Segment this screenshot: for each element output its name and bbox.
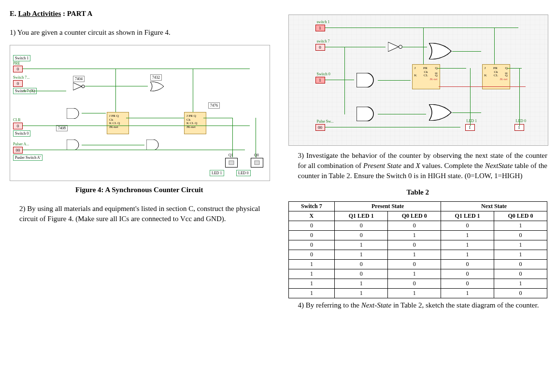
counter-diagram: switch 1 1 switch 7 0 Switch 0 1 Pulse S… — [288, 14, 549, 146]
pulser-label: Pusler Switch A' — [13, 154, 43, 161]
ic-7476: 7476 — [208, 102, 220, 109]
table-row: 11110 — [288, 289, 547, 298]
table-cell: 0 — [288, 250, 335, 260]
and-gate-r1 — [357, 73, 377, 87]
table-row: 01011 — [288, 240, 547, 250]
table-cell: 0 — [335, 260, 388, 269]
clr-label: CLR — [13, 118, 21, 122]
and-gate-2 — [67, 140, 81, 150]
table-cell: 1 — [335, 289, 388, 298]
th-switch7: Switch 7 — [288, 202, 335, 211]
or-gate-7432 — [150, 82, 165, 91]
th-next-q0: Q0 LED 0 — [494, 211, 547, 221]
or-gate-r2 — [429, 104, 453, 121]
table-cell: 0 — [288, 221, 335, 231]
or-gate-r — [429, 43, 453, 59]
pulsesw-ind-r: 00 — [315, 124, 325, 131]
and-gate-1 — [67, 108, 81, 119]
table-cell: 0 — [494, 289, 547, 298]
switch7-small-label: Switch 7... — [13, 75, 29, 80]
table-cell: 1 — [388, 250, 441, 260]
led-1 — [225, 158, 238, 168]
heading-suffix: : PART A — [61, 10, 92, 17]
not-gate-7404 — [73, 83, 86, 90]
pulser-a-label: Pulser A... — [13, 142, 29, 146]
led-0-label: LED 0 — [236, 170, 251, 176]
table-cell: 0 — [441, 260, 494, 269]
table-cell: 1 — [494, 279, 547, 289]
jk-ff-2: J PR Q Ck K CL Q JK-net — [184, 112, 206, 134]
table-cell: 1 — [388, 231, 441, 240]
table-cell: 1 — [441, 231, 494, 240]
table-cell: 1 — [335, 279, 388, 289]
table-cell: 1 — [494, 250, 547, 260]
ic-7404: 7404 — [73, 76, 85, 82]
table-cell: 0 — [335, 221, 388, 231]
table-cell: 1 — [288, 279, 335, 289]
table-cell: 0 — [441, 221, 494, 231]
table-cell: 0 — [335, 231, 388, 240]
led-0 — [251, 158, 263, 168]
pulsesw-label-r: Pulse Sw... — [317, 119, 334, 124]
switch-1-label: Switch 1 — [13, 55, 30, 61]
led1-label-r: LED 1 — [467, 119, 477, 123]
figure-4-caption: Figure 4: A Synchronous Counter Circuit — [10, 186, 269, 194]
switch-7-indicator: 0 — [13, 80, 23, 87]
question-1: 1) You are given a counter circuit as sh… — [10, 28, 269, 38]
table-row: 01111 — [288, 250, 547, 260]
table-cell: 0 — [494, 269, 547, 279]
heading-prefix: E. — [10, 10, 18, 17]
th-present-q0: Q0 LED 0 — [388, 211, 441, 221]
table-row: 10100 — [288, 269, 547, 279]
table-cell: 0 — [388, 221, 441, 231]
table-2-caption: Table 2 — [288, 188, 548, 196]
pre-label: PRE — [13, 61, 20, 66]
table-cell: 1 — [335, 240, 388, 250]
svg-marker-0 — [73, 83, 82, 90]
led-1-label: LED 1 — [210, 170, 224, 176]
switch-0-indicator: 0 — [13, 123, 23, 129]
table-cell: 0 — [494, 231, 547, 240]
table-cell: 1 — [288, 289, 335, 298]
figure-4-diagram: Switch 1 PRE 0 Switch 7... 0 Switch 7 (X… — [10, 45, 270, 181]
switch1-ind-r: 1 — [315, 25, 325, 31]
table-cell: 0 — [441, 279, 494, 289]
table-cell: 0 — [288, 240, 335, 250]
question-2: 2) By using all materials and equipment'… — [19, 204, 269, 224]
and-gate-r2 — [357, 107, 377, 121]
table-cell: 0 — [441, 269, 494, 279]
table-cell: 0 — [388, 240, 441, 250]
table-cell: 0 — [388, 279, 441, 289]
left-column: E. Lab Activities : PART A 1) You are gi… — [10, 10, 269, 318]
switch7-label-r: switch 7 — [317, 39, 330, 43]
table-row: 00110 — [288, 231, 547, 240]
heading-underline: Lab Activities — [18, 10, 61, 17]
table-cell: 1 — [494, 221, 547, 231]
section-heading: E. Lab Activities : PART A — [10, 10, 269, 18]
question-4: 4) By referring to the Next-State in Tab… — [298, 300, 548, 310]
table-2: Switch 7 Present State Next State X Q1 L… — [288, 201, 548, 298]
th-present: Present State — [335, 202, 441, 211]
table-cell: 1 — [441, 289, 494, 298]
th-x: X — [288, 211, 335, 221]
table-cell: 1 — [494, 240, 547, 250]
svg-marker-4 — [388, 42, 399, 52]
table-cell: 1 — [388, 289, 441, 298]
led0-label-r: LED 0 — [516, 119, 527, 123]
table-row: 10000 — [288, 260, 547, 269]
table-cell: 0 — [288, 231, 335, 240]
table-row: 00001 — [288, 221, 547, 231]
switch-0-label: Switch 0 — [13, 130, 30, 137]
switch-1-indicator: 0 — [13, 66, 23, 72]
table-cell: 0 — [388, 260, 441, 269]
switch0-label-r: Switch 0 — [317, 72, 330, 76]
question-3: 3) Investigate the behavior of the count… — [298, 151, 548, 181]
table-cell: 1 — [335, 250, 388, 260]
th-next-q1: Q1 LED 1 — [441, 211, 494, 221]
jk-ff-r2: JPRQ Ck KCLQ JK-net — [482, 64, 510, 89]
table-cell: 0 — [494, 260, 547, 269]
svg-rect-3 — [255, 161, 259, 165]
pulser-indicator: 00 — [13, 147, 23, 154]
table-row: 11001 — [288, 279, 547, 289]
switch7-ind-r: 0 — [315, 44, 325, 51]
